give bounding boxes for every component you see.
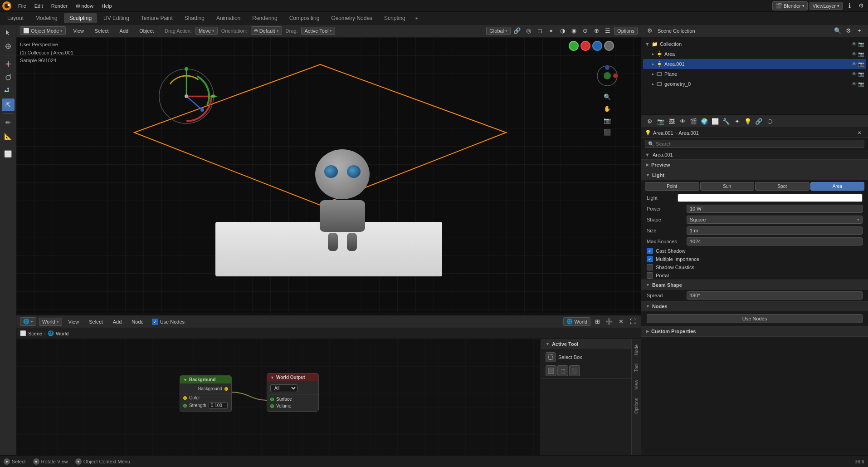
snap-icon[interactable]: 🔗 [512, 26, 522, 36]
node-zoom-fit[interactable]: ⊞ [592, 317, 602, 327]
light-type-sun[interactable]: Sun [700, 182, 755, 191]
node-tab-view[interactable]: View [633, 376, 640, 393]
collection-filter-icon[interactable]: ⚙ [645, 26, 655, 36]
tool-annotate[interactable]: ✏ [2, 116, 15, 129]
overlay-toggle[interactable]: ⊙ [580, 26, 590, 36]
node-bg-strength-value[interactable] [209, 402, 228, 409]
tool-measure[interactable]: 📐 [2, 130, 15, 143]
collection-item-plane[interactable]: ▸ Plane 👁 📷 [643, 69, 866, 79]
prop-icon-scene[interactable]: 🎬 [688, 117, 698, 127]
collection-filter2-icon[interactable]: ⚙ [844, 26, 853, 36]
tool-add-cube[interactable]: ⬜ [2, 147, 15, 160]
indicator-gray[interactable] [604, 41, 614, 51]
prop-search-input[interactable] [645, 140, 864, 148]
world-selector[interactable]: World ▾ [39, 318, 62, 326]
material-shading[interactable]: ◑ [557, 26, 567, 36]
portal-checkbox[interactable] [647, 272, 653, 279]
tool-cursor[interactable] [2, 40, 15, 53]
prop-icon-material[interactable]: 💡 [743, 117, 753, 127]
node-new[interactable]: ➕ [604, 317, 614, 327]
prop-icon-object[interactable]: ⬜ [710, 117, 720, 127]
tab-texture-paint[interactable]: Texture Paint [136, 13, 178, 23]
prop-icon-world[interactable]: 🌍 [699, 117, 709, 127]
viewport-select-menu[interactable]: Select [91, 27, 112, 34]
node-fullscreen[interactable]: ⛶ [628, 317, 638, 327]
editor-type-selector[interactable]: 🌐 ▾ [20, 317, 36, 326]
use-nodes-checkbox[interactable]: ✓ [152, 319, 158, 325]
wireframe-shading[interactable]: ◻ [535, 26, 545, 36]
solid-shading[interactable]: ● [546, 26, 556, 36]
tool-icon-1[interactable] [546, 365, 556, 376]
node-bg-color-socket[interactable] [183, 396, 187, 400]
tab-compositing[interactable]: Compositing [284, 13, 325, 23]
xray-toggle[interactable]: ☰ [603, 26, 613, 36]
node-tab-tool[interactable]: Tool [633, 360, 640, 375]
menu-help[interactable]: Help [98, 2, 116, 10]
drag-type[interactable]: Active Tool ▾ [301, 27, 335, 35]
node-select-menu[interactable]: Select [85, 318, 107, 325]
mode-selector[interactable]: ⬜ Object Mode ▾ [20, 26, 66, 35]
prop-icon-constraints[interactable]: 🔗 [754, 117, 764, 127]
tab-animation[interactable]: Animation [211, 13, 246, 23]
cast-shadow-checkbox[interactable]: ✓ [647, 248, 653, 254]
breadcrumb-world[interactable]: World [56, 331, 69, 336]
global-selector[interactable]: Global ▾ [486, 27, 511, 35]
area-render-icon[interactable]: 📷 [858, 51, 864, 57]
icon-info[interactable]: ℹ [844, 1, 854, 11]
light-type-area[interactable]: Area [810, 182, 865, 191]
collection-item-area[interactable]: ▸ Area 👁 📷 [643, 49, 866, 59]
prop-icon-data[interactable]: ⬡ [765, 117, 775, 127]
tab-rendering[interactable]: Rendering [247, 13, 283, 23]
menu-file[interactable]: File [15, 2, 30, 10]
node-wo-surface-socket[interactable] [270, 398, 274, 401]
light-power-value[interactable]: 10 W [687, 205, 863, 213]
section-light-header[interactable]: ▼ Light [641, 170, 868, 180]
tab-layout[interactable]: Layout [2, 13, 29, 23]
local-view-icon[interactable]: ⬛ [602, 127, 612, 137]
breadcrumb-scene[interactable]: Scene [28, 331, 42, 336]
area001-eye-icon[interactable]: 👁 [852, 61, 857, 67]
node-world-output[interactable]: ▼ World Output All [267, 373, 319, 412]
section-preview-header[interactable]: ▶ Preview [641, 160, 868, 170]
collection-new-icon[interactable]: + [854, 26, 864, 36]
prop-bc-item1[interactable]: Area.001 [653, 130, 673, 136]
menu-render[interactable]: Render [48, 2, 71, 10]
area001-render-icon[interactable]: 📷 [858, 61, 864, 67]
node-bg-strength-socket[interactable] [183, 404, 187, 408]
rendered-shading[interactable]: ◉ [569, 26, 579, 36]
gizmo-toggle[interactable]: ⊕ [591, 26, 601, 36]
active-tool-header[interactable]: ▼ Active Tool [541, 339, 631, 349]
tab-modeling[interactable]: Modeling [30, 13, 63, 23]
menu-edit[interactable]: Edit [31, 2, 47, 10]
collection-render-icon[interactable]: 📷 [858, 41, 864, 47]
indicator-blue[interactable] [592, 41, 602, 51]
select-box-icon[interactable] [546, 352, 556, 362]
viewport-view-menu[interactable]: View [69, 27, 88, 34]
area-eye-icon[interactable]: 👁 [852, 51, 857, 57]
prop-active-name[interactable]: Area.001 [653, 152, 673, 157]
tab-sculpting[interactable]: Sculpting [64, 13, 97, 23]
tab-shading[interactable]: Shading [179, 13, 210, 23]
spread-value[interactable]: 180° [687, 291, 863, 300]
tool-icon-3[interactable]: ⬛ [569, 365, 580, 376]
options-label[interactable]: Options [614, 27, 638, 35]
prop-icon-particles[interactable]: ✦ [732, 117, 742, 127]
light-size-value[interactable]: 1 m [687, 226, 863, 235]
gizmo-circle-widget[interactable] [152, 62, 220, 130]
tool-rotate[interactable] [2, 71, 15, 84]
prop-icon-output[interactable]: 🖼 [667, 117, 677, 127]
menu-window[interactable]: Window [72, 2, 97, 10]
node-wo-volume-socket[interactable] [270, 404, 274, 408]
node-tab-node[interactable]: Node [633, 341, 640, 359]
light-shape-value[interactable]: Square ▾ [687, 216, 863, 224]
nodes-use-nodes-btn[interactable]: Use Nodes [647, 314, 863, 323]
tab-uv-editing[interactable]: UV Editing [98, 13, 135, 23]
prop-icon-filter[interactable]: ⚙ [645, 117, 655, 127]
node-node-menu[interactable]: Node [128, 318, 147, 325]
orientation-value[interactable]: ⊕ Default ▾ [251, 26, 282, 35]
node-close[interactable]: ✕ [616, 317, 626, 327]
prop-icon-view[interactable]: 👁 [678, 117, 688, 127]
tool-transform[interactable]: ⇱ [2, 98, 15, 111]
tool-scale[interactable] [2, 85, 15, 98]
prop-icon-render[interactable]: 📷 [656, 117, 666, 127]
